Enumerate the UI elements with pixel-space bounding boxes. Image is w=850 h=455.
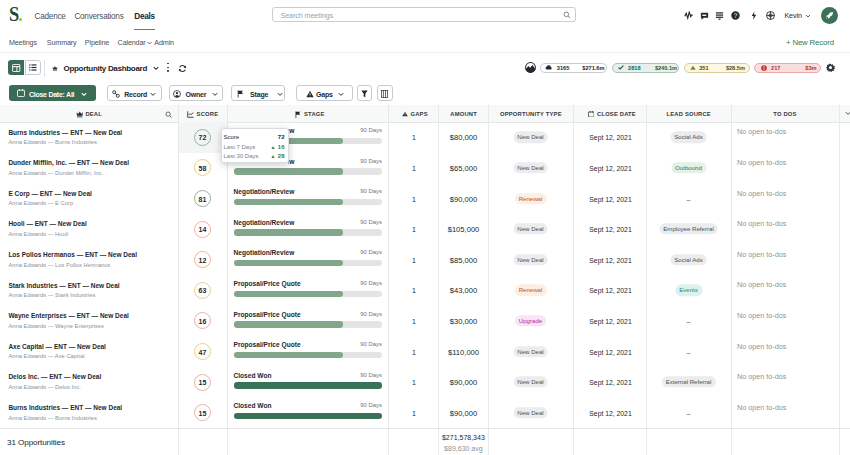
svg-text:?: ? [733,11,737,18]
